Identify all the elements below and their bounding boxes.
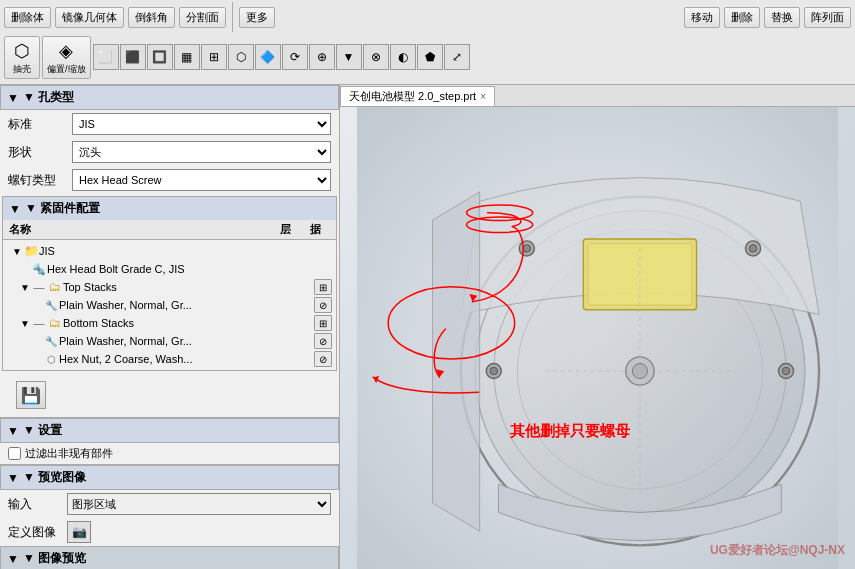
- tb-icon-8[interactable]: ⬡: [228, 44, 254, 70]
- top-stacks-layer-btn[interactable]: ⊞: [314, 279, 332, 295]
- fastener-table-header: 名称 层 据: [3, 220, 336, 240]
- top-stacks-label: Top Stacks: [63, 281, 314, 293]
- tb-icon-12[interactable]: ▼: [336, 44, 362, 70]
- filter-label: 过滤出非现有部件: [25, 446, 113, 461]
- delete-body-btn[interactable]: 删除体: [4, 7, 51, 28]
- icon-btn-1[interactable]: ⬡ 抽壳: [4, 36, 40, 79]
- svg-point-14: [523, 245, 531, 253]
- offset-icon: ◈: [54, 39, 78, 63]
- app-container: 删除体 镜像几何体 倒斜角 分割面 更多 移动 删除 替换 阵列面 ⬡ 抽壳 ◈…: [0, 0, 855, 569]
- tb-icon-11[interactable]: ⊕: [309, 44, 335, 70]
- toolbar-row2: ⬡ 抽壳 ◈ 偏置/缩放 ⬜ ⬛ 🔲 ▦ ⊞ ⬡ 🔷 ⟳ ⊕: [4, 32, 851, 82]
- image-preview-header[interactable]: ▼ ▼ 图像预览: [0, 546, 339, 569]
- move-btn[interactable]: 移动: [684, 7, 720, 28]
- viewport[interactable]: 其他删掉只要螺母 UG爱好者论坛@NQJ-NX: [340, 107, 855, 569]
- hole-type-section-header[interactable]: ▼ ▼ 孔类型: [0, 85, 339, 110]
- tab-bar: 天创电池模型 2.0_step.prt ×: [340, 85, 855, 107]
- fastener-arrow: ▼: [9, 202, 21, 216]
- nut-action-btn[interactable]: ⊘: [314, 351, 332, 367]
- tab-close-btn[interactable]: ×: [480, 91, 486, 102]
- tb-icon-9[interactable]: 🔷: [255, 44, 281, 70]
- mirror-feature-btn[interactable]: ⤢: [444, 44, 470, 70]
- washer2-expand: [31, 336, 43, 347]
- left-panel: ▼ ▼ 孔类型 标准 JIS 形状 沉头 螺钉类型 Hex Head Screw: [0, 85, 340, 569]
- more-btn[interactable]: 更多: [239, 7, 275, 28]
- bottom-stacks-actions: ⊞: [314, 315, 332, 331]
- save-button[interactable]: 💾: [16, 381, 46, 409]
- tb-icon-5[interactable]: 🔲: [147, 44, 173, 70]
- settings-label: ▼ 设置: [23, 422, 62, 439]
- replace-btn[interactable]: 替换: [764, 7, 800, 28]
- offset-label: 偏置/缩放: [47, 63, 86, 76]
- sep1: [232, 2, 233, 32]
- tb-icon-10[interactable]: ⟳: [282, 44, 308, 70]
- settings-header[interactable]: ▼ ▼ 设置: [0, 418, 339, 443]
- shell-icon: ⬡: [10, 39, 34, 63]
- svg-point-18: [490, 367, 498, 375]
- bottom-stacks-layer-btn[interactable]: ⊞: [314, 315, 332, 331]
- toolbar-row1: 删除体 镜像几何体 倒斜角 分割面 更多 移动 删除 替换 阵列面: [4, 2, 851, 32]
- settings-arrow: ▼: [7, 424, 19, 438]
- bolt-label: Hex Head Bolt Grade C, JIS: [47, 263, 336, 275]
- settings-section: ▼ ▼ 设置 过滤出非现有部件: [0, 417, 339, 464]
- tb-icon-7[interactable]: ⊞: [201, 44, 227, 70]
- tree-item-top-stacks[interactable]: ▼ — 🗂 Top Stacks ⊞: [3, 278, 336, 296]
- tb-icon-15[interactable]: ⬟: [417, 44, 443, 70]
- shape-row: 形状 沉头: [0, 138, 339, 166]
- input-select[interactable]: 图形区域: [67, 493, 331, 515]
- tree-container: ▼ 📁 JIS 🔩 Hex Head Bolt Grade C, JIS ▼ —: [3, 240, 336, 370]
- tree-item-jis[interactable]: ▼ 📁 JIS: [3, 242, 336, 260]
- col-layer-header: 层: [270, 222, 300, 237]
- tb-icon-13[interactable]: ⊗: [363, 44, 389, 70]
- washer2-actions: ⊘: [314, 333, 332, 349]
- standard-select[interactable]: JIS: [72, 113, 331, 135]
- mirror-geometry-btn[interactable]: 镜像几何体: [55, 7, 124, 28]
- input-row: 输入 图形区域: [0, 490, 339, 518]
- bottom-stacks-expand[interactable]: ▼: [19, 318, 31, 329]
- icon-btn-2[interactable]: ◈ 偏置/缩放: [42, 36, 91, 79]
- shell-label: 抽壳: [13, 63, 31, 76]
- washer1-expand: [31, 300, 43, 311]
- screw-type-select[interactable]: Hex Head Screw: [72, 169, 331, 191]
- main-tab[interactable]: 天创电池模型 2.0_step.prt ×: [340, 86, 495, 106]
- bottom-stacks-folder-icon: 🗂: [47, 315, 63, 331]
- nut-actions: ⊘: [314, 351, 332, 367]
- washer1-action-btn[interactable]: ⊘: [314, 297, 332, 313]
- define-image-btn[interactable]: 📷: [67, 521, 91, 543]
- define-image-row: 定义图像 📷: [0, 518, 339, 546]
- shape-select[interactable]: 沉头: [72, 141, 331, 163]
- tb-icon-4[interactable]: ⬛: [120, 44, 146, 70]
- fastener-header[interactable]: ▼ ▼ 紧固件配置: [3, 197, 336, 220]
- define-image-label: 定义图像: [8, 524, 63, 541]
- chamfer-btn[interactable]: 倒斜角: [128, 7, 175, 28]
- preview-image-header[interactable]: ▼ ▼ 预览图像: [0, 465, 339, 490]
- image-preview-arrow: ▼: [7, 552, 19, 566]
- delete-btn[interactable]: 删除: [724, 7, 760, 28]
- standard-row: 标准 JIS: [0, 110, 339, 138]
- nut-label: Hex Nut, 2 Coarse, Wash...: [59, 353, 314, 365]
- split-face-btn[interactable]: 分割面: [179, 7, 226, 28]
- svg-point-20: [782, 367, 790, 375]
- tb-icon-3[interactable]: ⬜: [93, 44, 119, 70]
- screw-type-label: 螺钉类型: [8, 172, 68, 189]
- washer1-icon: 🔧: [43, 297, 59, 313]
- tree-item-bottom-stacks[interactable]: ▼ — 🗂 Bottom Stacks ⊞: [3, 314, 336, 332]
- tree-item-nut[interactable]: ⬡ Hex Nut, 2 Coarse, Wash... ⊘: [3, 350, 336, 368]
- fastener-section: ▼ ▼ 紧固件配置 名称 层 据 ▼ 📁 JIS: [2, 196, 337, 371]
- nut-icon: ⬡: [43, 351, 59, 367]
- washer2-action-btn[interactable]: ⊘: [314, 333, 332, 349]
- washer2-label: Plain Washer, Normal, Gr...: [59, 335, 314, 347]
- toolbar: 删除体 镜像几何体 倒斜角 分割面 更多 移动 删除 替换 阵列面 ⬡ 抽壳 ◈…: [0, 0, 855, 85]
- save-btn-area: 💾: [0, 373, 339, 417]
- tb-icon-14[interactable]: ◐: [390, 44, 416, 70]
- jis-expand[interactable]: ▼: [11, 246, 23, 257]
- hole-type-label: ▼ 孔类型: [23, 89, 74, 106]
- filter-checkbox[interactable]: [8, 447, 21, 460]
- array-face-btn[interactable]: 阵列面: [804, 7, 851, 28]
- tree-item-washer2[interactable]: 🔧 Plain Washer, Normal, Gr... ⊘: [3, 332, 336, 350]
- tree-item-washer1[interactable]: 🔧 Plain Washer, Normal, Gr... ⊘: [3, 296, 336, 314]
- top-stacks-expand[interactable]: ▼: [19, 282, 31, 293]
- tree-item-bolt[interactable]: 🔩 Hex Head Bolt Grade C, JIS: [3, 260, 336, 278]
- input-label: 输入: [8, 496, 63, 513]
- tb-icon-6[interactable]: ▦: [174, 44, 200, 70]
